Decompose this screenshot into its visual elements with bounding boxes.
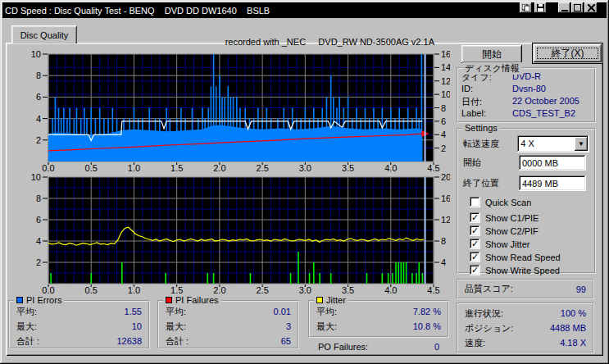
position-value: 4488 MB bbox=[550, 323, 586, 333]
svg-text:3.0: 3.0 bbox=[299, 285, 311, 295]
svg-text:8: 8 bbox=[441, 236, 446, 246]
end-pos-label: 終了位置 bbox=[463, 177, 519, 189]
maximize-icon[interactable] bbox=[571, 2, 584, 13]
svg-text:1.0: 1.0 bbox=[128, 285, 140, 295]
disc-date-label: 日付: bbox=[461, 96, 512, 108]
svg-text:10: 10 bbox=[31, 174, 41, 182]
app-window: CD Speed : Disc Quality Test - BENQ DVD … bbox=[0, 0, 609, 364]
avg-value: 1.55 bbox=[125, 307, 142, 316]
end-pos-input[interactable]: 4489 MB bbox=[519, 175, 586, 191]
max-label: 最大: bbox=[16, 321, 37, 333]
exit-button[interactable]: 終了(X) bbox=[532, 43, 603, 64]
jitter-pif-chart: 108642201612840.00.51.01.52.02.53.03.54.… bbox=[24, 174, 450, 297]
avg-label: 平均: bbox=[166, 306, 186, 318]
po-failures-value: 0 bbox=[434, 342, 439, 352]
quality-score-value: 99 bbox=[576, 284, 586, 294]
svg-text:10: 10 bbox=[441, 89, 450, 99]
speed-readout-label: 速度: bbox=[465, 337, 485, 349]
svg-text:8: 8 bbox=[36, 193, 41, 203]
svg-text:4.5: 4.5 bbox=[427, 285, 439, 295]
progress-group: 進行状況:100 % ポジション:4488 MB 速度:4.18 X bbox=[457, 303, 594, 353]
svg-text:2.5: 2.5 bbox=[256, 163, 268, 173]
pi-errors-legend-swatch bbox=[16, 297, 23, 303]
start-button[interactable]: 開始 bbox=[461, 45, 522, 63]
recorded-with-text: recorded with _NEC DVD_RW ND-3500AG v2.1… bbox=[164, 37, 434, 47]
minimize-icon[interactable] bbox=[558, 2, 570, 13]
svg-text:3.5: 3.5 bbox=[342, 285, 354, 295]
window-title: CD Speed : Disc Quality Test - BENQ DVD … bbox=[2, 6, 270, 16]
disc-info-title: ディスク情報 bbox=[465, 62, 520, 75]
max-label: 最大: bbox=[316, 321, 337, 333]
quality-score-group: 品質スコア:99 bbox=[457, 279, 594, 299]
show-c2-pif-checkbox[interactable]: ✓ Show C2/PIF bbox=[470, 225, 589, 237]
checkbox-icon bbox=[470, 197, 480, 207]
svg-text:0.0: 0.0 bbox=[42, 285, 54, 295]
start-pos-input[interactable]: 0000 MB bbox=[519, 155, 586, 171]
checkbox-icon: ✓ bbox=[470, 212, 480, 223]
settings-group: Settings 転送速度 4 X ▼ 開始 0000 MB 終了位置 4489… bbox=[457, 128, 596, 274]
total-label: 合計 : bbox=[16, 335, 39, 348]
checkbox-icon: ✓ bbox=[470, 265, 480, 275]
total-value: 12638 bbox=[116, 336, 142, 346]
svg-text:4: 4 bbox=[441, 130, 446, 139]
svg-text:4: 4 bbox=[441, 257, 446, 267]
svg-text:10: 10 bbox=[31, 49, 41, 59]
svg-text:6: 6 bbox=[441, 116, 446, 126]
svg-text:6: 6 bbox=[36, 92, 41, 102]
disc-id-value: Dvsn-80 bbox=[512, 84, 546, 96]
svg-text:12: 12 bbox=[441, 215, 450, 225]
quality-score-label: 品質スコア: bbox=[465, 283, 513, 295]
svg-text:2.0: 2.0 bbox=[213, 163, 225, 173]
title-bar: CD Speed : Disc Quality Test - BENQ DVD … bbox=[2, 2, 607, 18]
max-value: 10 bbox=[132, 321, 142, 331]
speed-readout-value: 4.18 X bbox=[560, 338, 586, 348]
progress-value: 100 % bbox=[561, 308, 586, 318]
close-icon[interactable] bbox=[584, 2, 598, 13]
progress-label: 進行状況: bbox=[465, 307, 503, 320]
pi-failures-group: PI Failures 平均:0.01 最大:3 合計 :65 bbox=[157, 300, 299, 349]
disc-date-value: 22 October 2005 bbox=[512, 96, 579, 108]
show-c1-pie-checkbox[interactable]: ✓ Show C1/PIE bbox=[470, 212, 589, 224]
max-value: 10.8 % bbox=[413, 321, 441, 331]
checkbox-icon: ✓ bbox=[470, 225, 480, 236]
total-value: 65 bbox=[281, 336, 291, 346]
start-pos-label: 開始 bbox=[463, 157, 519, 169]
svg-text:4: 4 bbox=[36, 114, 41, 124]
po-failures-row: PO Failures: 0 bbox=[311, 339, 446, 354]
quick-scan-checkbox[interactable]: Quick Scan bbox=[470, 196, 589, 208]
position-label: ポジション: bbox=[465, 322, 513, 334]
disc-info-group: ディスク情報 タイプ:DVD-R ID:Dvsn-80 日付:22 Octobe… bbox=[457, 67, 596, 123]
pi-errors-group-title: PI Errors bbox=[26, 295, 61, 305]
show-jitter-checkbox[interactable]: ✓ Show Jitter bbox=[470, 238, 589, 250]
copy-icon[interactable] bbox=[520, 2, 532, 13]
svg-text:8: 8 bbox=[441, 103, 446, 113]
avg-label: 平均: bbox=[316, 306, 337, 318]
max-label: 最大: bbox=[166, 321, 186, 333]
svg-text:4.5: 4.5 bbox=[427, 163, 439, 173]
svg-text:14: 14 bbox=[441, 62, 450, 72]
speed-select[interactable]: 4 X ▼ bbox=[517, 135, 589, 152]
disc-label-label: Label: bbox=[461, 108, 512, 121]
jitter-legend-swatch bbox=[316, 297, 323, 303]
svg-text:4.0: 4.0 bbox=[384, 163, 397, 173]
jitter-group-title: Jitter bbox=[326, 295, 346, 305]
save-icon[interactable] bbox=[534, 2, 547, 13]
tab-disc-quality[interactable]: Disc Quality bbox=[11, 25, 77, 43]
chevron-down-icon[interactable]: ▼ bbox=[575, 137, 588, 151]
svg-text:8: 8 bbox=[36, 71, 41, 80]
pi-errors-chart: 1086421614121086420.00.51.01.52.02.53.03… bbox=[24, 48, 450, 174]
svg-text:0.5: 0.5 bbox=[85, 285, 98, 295]
po-failures-label: PO Failures: bbox=[318, 342, 368, 352]
svg-text:6: 6 bbox=[36, 215, 41, 225]
svg-text:0.5: 0.5 bbox=[85, 163, 98, 173]
show-read-speed-checkbox[interactable]: ✓ Show Read Speed bbox=[470, 251, 589, 263]
show-write-speed-checkbox[interactable]: ✓ Show Write Speed bbox=[470, 264, 589, 276]
jitter-group: Jitter 平均:7.82 % 最大:10.8 % bbox=[308, 300, 449, 338]
svg-text:16: 16 bbox=[441, 193, 450, 203]
svg-text:2: 2 bbox=[36, 135, 41, 145]
checkbox-icon: ✓ bbox=[470, 252, 480, 262]
svg-text:16: 16 bbox=[441, 49, 450, 59]
svg-text:1.5: 1.5 bbox=[170, 285, 183, 295]
total-label: 合計 : bbox=[166, 335, 189, 348]
svg-text:0.0: 0.0 bbox=[42, 163, 54, 173]
